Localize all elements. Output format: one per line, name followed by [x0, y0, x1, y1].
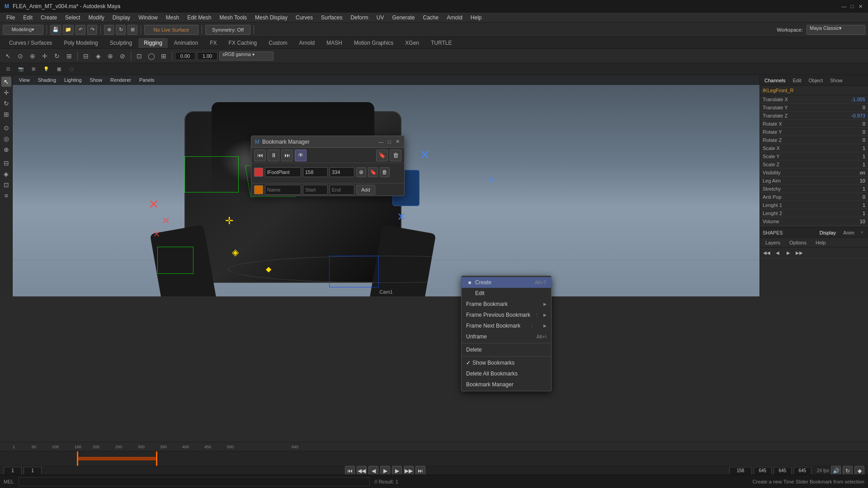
cb-tab-edit[interactable]: Edit — [791, 77, 803, 84]
paint-tool-btn[interactable]: ⊕ — [27, 51, 38, 61]
channel-value-ty[interactable]: 0 — [838, 105, 865, 110]
menu-mesh-display[interactable]: Mesh Display — [251, 14, 291, 22]
tab-mash[interactable]: MASH — [321, 38, 348, 48]
scale-tool-btn[interactable]: ⊞ — [64, 51, 75, 61]
shapes-tab-anim[interactable]: Anim — [840, 229, 857, 236]
lasso-tool-btn[interactable]: ⊙ — [15, 51, 26, 61]
bm-bookmark-all-btn[interactable]: 🔖 — [376, 150, 388, 161]
bm-start-input[interactable] — [303, 167, 328, 177]
shapes-tab-display[interactable]: Display — [817, 229, 839, 236]
menu-display[interactable]: Display — [109, 14, 134, 22]
bm-name-input[interactable] — [265, 167, 301, 177]
vp-menu-shading[interactable]: Shading — [34, 76, 60, 84]
ctx-show-bookmarks[interactable]: ✓ Show Bookmarks — [462, 357, 551, 368]
channel-value-sx[interactable]: 1 — [838, 145, 865, 151]
tab-fx-caching[interactable]: FX Caching — [223, 38, 263, 48]
snap-grid-btn[interactable]: ⊟ — [80, 51, 91, 61]
symmetry-btn[interactable]: Symmetry: Off — [205, 25, 250, 35]
shapes-next-btn[interactable]: ▶▶ — [794, 248, 804, 258]
menu-cache[interactable]: Cache — [419, 14, 442, 22]
tab-custom[interactable]: Custom — [263, 38, 292, 48]
wire-view-btn[interactable]: ▦ — [53, 64, 64, 75]
open-btn[interactable]: 📁 — [63, 25, 74, 35]
select-mode-btn[interactable]: ↖ — [1, 77, 11, 87]
rotate-btn[interactable]: ↻ — [116, 25, 126, 35]
menu-modify[interactable]: Modify — [85, 14, 108, 22]
workspace-dropdown[interactable]: Maya Classic▾ — [807, 25, 865, 35]
menu-mesh[interactable]: Mesh — [162, 14, 183, 22]
no-live-surface-btn[interactable]: No Live Surface — [144, 25, 198, 35]
end-frame-input-1[interactable] — [754, 467, 772, 475]
snap-view-btn[interactable]: ⊘ — [117, 51, 128, 61]
coord-input-2[interactable] — [197, 52, 217, 60]
channel-value-vis[interactable]: on — [838, 170, 865, 175]
soft-btn[interactable]: ◎ — [1, 134, 11, 144]
bm-minimize-btn[interactable]: — — [378, 139, 384, 145]
bm-eye-btn[interactable]: 👁 — [295, 150, 307, 161]
frame-input[interactable] — [729, 467, 752, 475]
tab-rigging[interactable]: Rigging — [138, 38, 168, 48]
bm-end-input[interactable] — [330, 167, 354, 177]
menu-edit[interactable]: Edit — [19, 14, 36, 22]
tab-animation[interactable]: Animation — [169, 38, 203, 48]
ctx-unframe[interactable]: Unframe Alt+\ — [462, 331, 551, 342]
ctx-frame-bookmark[interactable]: Frame Bookmark — [462, 299, 551, 310]
end-frame-input-2[interactable] — [774, 467, 792, 475]
channel-value-tz[interactable]: -0.973 — [838, 113, 865, 118]
vp-menu-lighting[interactable]: Lighting — [61, 76, 85, 84]
ctx-delete[interactable]: Delete — [462, 344, 551, 355]
coord-input-1[interactable] — [175, 52, 195, 60]
shapes-sub-options[interactable]: Options — [787, 239, 809, 246]
tab-fx[interactable]: FX — [204, 38, 222, 48]
channel-value-volume[interactable]: 10 — [838, 219, 865, 224]
scale-mode-btn[interactable]: ⊞ — [1, 109, 11, 119]
vp-menu-renderer[interactable]: Renderer — [107, 76, 135, 84]
history-btn[interactable]: ◈ — [1, 169, 11, 179]
persp-btn[interactable]: ⊡ — [3, 64, 14, 75]
menu-help[interactable]: Help — [467, 14, 486, 22]
ctx-create[interactable]: ■ Create Alt+T — [462, 277, 551, 288]
layer-btn[interactable]: ⊡ — [1, 180, 11, 190]
channel-value-sz[interactable]: 1 — [838, 162, 865, 167]
close-button[interactable]: ✕ — [857, 3, 863, 9]
tab-arnold[interactable]: Arnold — [294, 38, 321, 48]
menu-mesh-tools[interactable]: Mesh Tools — [216, 14, 250, 22]
menu-arnold[interactable]: Arnold — [443, 14, 466, 22]
rotate-mode-btn[interactable]: ↻ — [1, 99, 11, 108]
minimize-button[interactable]: — — [841, 3, 847, 9]
redo-btn[interactable]: ↷ — [87, 25, 97, 35]
ctx-bookmark-manager[interactable]: Bookmark Manager — [462, 379, 551, 390]
tab-curves-surfaces[interactable]: Curves / Surfaces — [4, 38, 57, 48]
wire-btn[interactable]: ⊡ — [134, 51, 145, 61]
bm-maximize-btn[interactable]: □ — [386, 139, 392, 145]
channel-value-rx[interactable]: 0 — [838, 121, 865, 127]
smooth-btn[interactable]: ◯ — [146, 51, 157, 61]
tab-sculpting[interactable]: Sculpting — [104, 38, 137, 48]
grid-btn[interactable]: ⊞ — [28, 64, 39, 75]
channel-value-len2[interactable]: 1 — [838, 211, 865, 216]
bm-new-color-swatch[interactable] — [254, 185, 263, 194]
bm-next-btn[interactable]: ⏭ — [281, 150, 293, 161]
scale-btn[interactable]: ⊞ — [127, 25, 137, 35]
tab-poly-modeling[interactable]: Poly Modeling — [58, 38, 103, 48]
xray-btn[interactable]: ◌ — [66, 64, 77, 75]
timeline-track[interactable] — [0, 451, 868, 466]
tab-turtle[interactable]: TURTLE — [425, 38, 457, 48]
tab-motion-graphics[interactable]: Motion Graphics — [349, 38, 399, 48]
move-tool-btn[interactable]: ✛ — [39, 51, 50, 61]
bm-new-end-input[interactable] — [330, 185, 354, 195]
menu-select[interactable]: Select — [61, 14, 84, 22]
save-btn[interactable]: 💾 — [50, 25, 61, 35]
maximize-button[interactable]: □ — [849, 3, 855, 9]
rotate-tool-btn[interactable]: ↻ — [52, 51, 62, 61]
channel-value-ry[interactable]: 0 — [838, 129, 865, 135]
shapes-prev-btn[interactable]: ◀◀ — [762, 248, 772, 258]
vp-menu-show[interactable]: Show — [86, 76, 106, 84]
menu-surfaces[interactable]: Surfaces — [317, 14, 346, 22]
move-mode-btn[interactable]: ✛ — [1, 88, 11, 98]
bm-new-start-input[interactable] — [303, 185, 328, 195]
snap-point-btn[interactable]: ⊕ — [105, 51, 116, 61]
ctx-frame-next-bookmark[interactable]: Frame Next Bookmark : — [462, 320, 551, 331]
poly-tool-btn[interactable]: ⊙ — [1, 123, 11, 133]
menu-deform[interactable]: Deform — [347, 14, 372, 22]
